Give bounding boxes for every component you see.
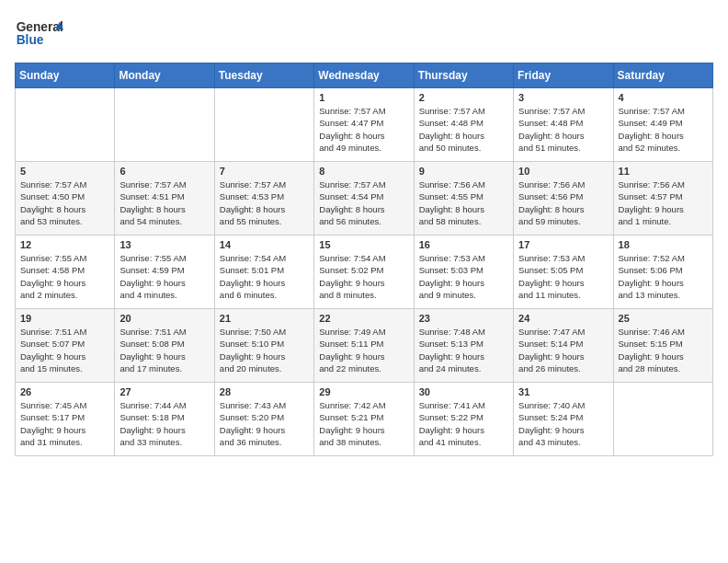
- cell-info: Sunrise: 7:57 AM Sunset: 4:51 PM Dayligh…: [119, 178, 209, 227]
- day-number: 26: [20, 386, 109, 397]
- calendar-cell: 25Sunrise: 7:46 AM Sunset: 5:15 PM Dayli…: [613, 309, 712, 383]
- day-number: 29: [319, 386, 408, 397]
- calendar-cell: 6Sunrise: 7:57 AM Sunset: 4:51 PM Daylig…: [115, 162, 214, 236]
- day-number: 31: [518, 386, 608, 397]
- day-number: 15: [319, 239, 408, 250]
- cell-info: Sunrise: 7:56 AM Sunset: 4:56 PM Dayligh…: [518, 178, 608, 227]
- calendar-cell: [16, 88, 115, 162]
- calendar-cell: [613, 383, 712, 456]
- cell-info: Sunrise: 7:50 AM Sunset: 5:10 PM Dayligh…: [220, 326, 309, 374]
- calendar-cell: 16Sunrise: 7:53 AM Sunset: 5:03 PM Dayli…: [414, 236, 513, 309]
- day-number: 14: [220, 239, 309, 250]
- day-number: 5: [20, 166, 109, 177]
- cell-info: Sunrise: 7:56 AM Sunset: 4:55 PM Dayligh…: [419, 178, 508, 227]
- day-number: 2: [419, 92, 508, 103]
- day-number: 10: [518, 166, 608, 177]
- day-number: 28: [220, 386, 309, 397]
- logo-svg: General Blue: [15, 15, 70, 52]
- cell-info: Sunrise: 7:49 AM Sunset: 5:11 PM Dayligh…: [319, 326, 408, 374]
- day-number: 24: [518, 313, 608, 324]
- cell-info: Sunrise: 7:57 AM Sunset: 4:54 PM Dayligh…: [319, 178, 408, 227]
- calendar-cell: 19Sunrise: 7:51 AM Sunset: 5:07 PM Dayli…: [16, 309, 115, 383]
- day-number: 11: [619, 166, 708, 177]
- cell-info: Sunrise: 7:40 AM Sunset: 5:24 PM Dayligh…: [518, 399, 608, 448]
- calendar-cell: 12Sunrise: 7:55 AM Sunset: 4:58 PM Dayli…: [16, 236, 115, 309]
- calendar-cell: 23Sunrise: 7:48 AM Sunset: 5:13 PM Dayli…: [414, 309, 513, 383]
- day-number: 13: [119, 239, 209, 250]
- day-number: 9: [419, 166, 508, 177]
- day-number: 3: [518, 92, 608, 103]
- calendar-cell: 20Sunrise: 7:51 AM Sunset: 5:08 PM Dayli…: [115, 309, 214, 383]
- weekday-header-sunday: Sunday: [16, 63, 115, 88]
- calendar-cell: 21Sunrise: 7:50 AM Sunset: 5:10 PM Dayli…: [214, 309, 313, 383]
- calendar-cell: 11Sunrise: 7:56 AM Sunset: 4:57 PM Dayli…: [613, 162, 712, 236]
- weekday-header-row: SundayMondayTuesdayWednesdayThursdayFrid…: [16, 63, 713, 88]
- cell-info: Sunrise: 7:53 AM Sunset: 5:03 PM Dayligh…: [419, 252, 508, 301]
- day-number: 30: [419, 386, 508, 397]
- cell-info: Sunrise: 7:56 AM Sunset: 4:57 PM Dayligh…: [619, 178, 708, 227]
- calendar-cell: 27Sunrise: 7:44 AM Sunset: 5:18 PM Dayli…: [115, 383, 214, 456]
- cell-info: Sunrise: 7:57 AM Sunset: 4:48 PM Dayligh…: [518, 105, 608, 154]
- calendar-cell: [115, 88, 214, 162]
- calendar-cell: 31Sunrise: 7:40 AM Sunset: 5:24 PM Dayli…: [514, 383, 613, 456]
- calendar-cell: 18Sunrise: 7:52 AM Sunset: 5:06 PM Dayli…: [613, 236, 712, 309]
- svg-text:Blue: Blue: [17, 33, 44, 47]
- cell-info: Sunrise: 7:52 AM Sunset: 5:06 PM Dayligh…: [619, 252, 708, 301]
- weekday-header-wednesday: Wednesday: [314, 63, 414, 88]
- day-number: 7: [220, 166, 309, 177]
- cell-info: Sunrise: 7:57 AM Sunset: 4:53 PM Dayligh…: [220, 178, 309, 227]
- day-number: 20: [119, 313, 209, 324]
- week-row-3: 12Sunrise: 7:55 AM Sunset: 4:58 PM Dayli…: [16, 236, 713, 309]
- cell-info: Sunrise: 7:47 AM Sunset: 5:14 PM Dayligh…: [518, 326, 608, 374]
- calendar-cell: 4Sunrise: 7:57 AM Sunset: 4:49 PM Daylig…: [613, 88, 712, 162]
- cell-info: Sunrise: 7:51 AM Sunset: 5:08 PM Dayligh…: [119, 326, 209, 374]
- calendar-cell: 9Sunrise: 7:56 AM Sunset: 4:55 PM Daylig…: [414, 162, 513, 236]
- cell-info: Sunrise: 7:45 AM Sunset: 5:17 PM Dayligh…: [20, 399, 109, 448]
- calendar-cell: 7Sunrise: 7:57 AM Sunset: 4:53 PM Daylig…: [214, 162, 313, 236]
- cell-info: Sunrise: 7:57 AM Sunset: 4:49 PM Dayligh…: [619, 105, 708, 154]
- day-number: 6: [119, 166, 209, 177]
- week-row-1: 1Sunrise: 7:57 AM Sunset: 4:47 PM Daylig…: [16, 88, 713, 162]
- cell-info: Sunrise: 7:41 AM Sunset: 5:22 PM Dayligh…: [419, 399, 508, 448]
- weekday-header-tuesday: Tuesday: [214, 63, 313, 88]
- calendar-cell: 1Sunrise: 7:57 AM Sunset: 4:47 PM Daylig…: [314, 88, 414, 162]
- calendar-cell: 15Sunrise: 7:54 AM Sunset: 5:02 PM Dayli…: [314, 236, 414, 309]
- page-header: General Blue: [15, 15, 713, 52]
- day-number: 18: [619, 239, 708, 250]
- calendar-cell: 13Sunrise: 7:55 AM Sunset: 4:59 PM Dayli…: [115, 236, 214, 309]
- day-number: 19: [20, 313, 109, 324]
- calendar-cell: 28Sunrise: 7:43 AM Sunset: 5:20 PM Dayli…: [214, 383, 313, 456]
- day-number: 25: [619, 313, 708, 324]
- week-row-5: 26Sunrise: 7:45 AM Sunset: 5:17 PM Dayli…: [16, 383, 713, 456]
- cell-info: Sunrise: 7:48 AM Sunset: 5:13 PM Dayligh…: [419, 326, 508, 374]
- day-number: 8: [319, 166, 408, 177]
- cell-info: Sunrise: 7:54 AM Sunset: 5:02 PM Dayligh…: [319, 252, 408, 301]
- week-row-2: 5Sunrise: 7:57 AM Sunset: 4:50 PM Daylig…: [16, 162, 713, 236]
- cell-info: Sunrise: 7:57 AM Sunset: 4:50 PM Dayligh…: [20, 178, 109, 227]
- cell-info: Sunrise: 7:44 AM Sunset: 5:18 PM Dayligh…: [119, 399, 209, 448]
- cell-info: Sunrise: 7:53 AM Sunset: 5:05 PM Dayligh…: [518, 252, 608, 301]
- calendar-cell: 3Sunrise: 7:57 AM Sunset: 4:48 PM Daylig…: [514, 88, 613, 162]
- weekday-header-friday: Friday: [514, 63, 613, 88]
- calendar-cell: [214, 88, 313, 162]
- cell-info: Sunrise: 7:55 AM Sunset: 4:58 PM Dayligh…: [20, 252, 109, 301]
- day-number: 4: [619, 92, 708, 103]
- cell-info: Sunrise: 7:57 AM Sunset: 4:47 PM Dayligh…: [319, 105, 408, 154]
- calendar-cell: 29Sunrise: 7:42 AM Sunset: 5:21 PM Dayli…: [314, 383, 414, 456]
- calendar-cell: 10Sunrise: 7:56 AM Sunset: 4:56 PM Dayli…: [514, 162, 613, 236]
- calendar-cell: 5Sunrise: 7:57 AM Sunset: 4:50 PM Daylig…: [16, 162, 115, 236]
- week-row-4: 19Sunrise: 7:51 AM Sunset: 5:07 PM Dayli…: [16, 309, 713, 383]
- weekday-header-thursday: Thursday: [414, 63, 513, 88]
- svg-text:General: General: [17, 20, 63, 34]
- cell-info: Sunrise: 7:57 AM Sunset: 4:48 PM Dayligh…: [419, 105, 508, 154]
- calendar-cell: 30Sunrise: 7:41 AM Sunset: 5:22 PM Dayli…: [414, 383, 513, 456]
- calendar-cell: 8Sunrise: 7:57 AM Sunset: 4:54 PM Daylig…: [314, 162, 414, 236]
- cell-info: Sunrise: 7:55 AM Sunset: 4:59 PM Dayligh…: [119, 252, 209, 301]
- day-number: 1: [319, 92, 408, 103]
- day-number: 16: [419, 239, 508, 250]
- day-number: 12: [20, 239, 109, 250]
- day-number: 17: [518, 239, 608, 250]
- calendar-cell: 2Sunrise: 7:57 AM Sunset: 4:48 PM Daylig…: [414, 88, 513, 162]
- day-number: 21: [220, 313, 309, 324]
- cell-info: Sunrise: 7:42 AM Sunset: 5:21 PM Dayligh…: [319, 399, 408, 448]
